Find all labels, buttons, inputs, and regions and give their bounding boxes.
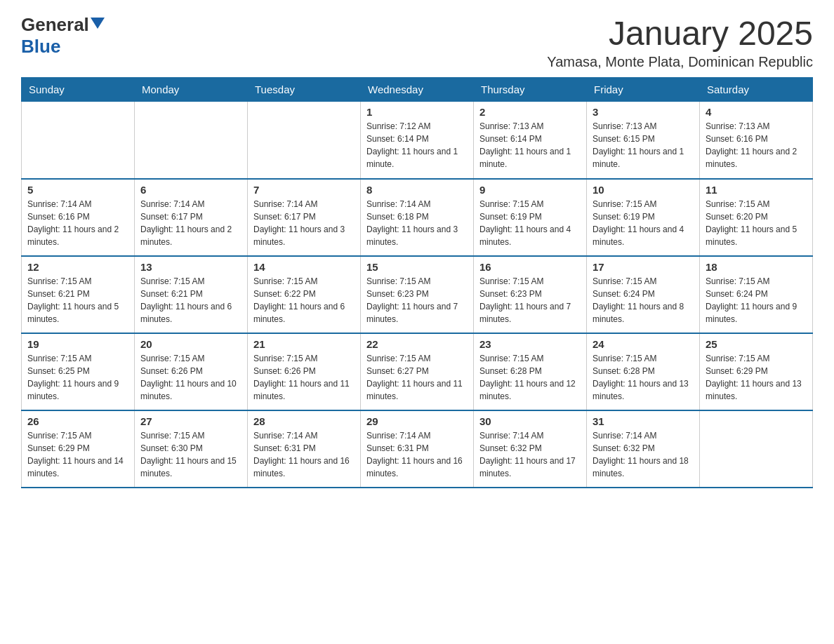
- calendar-cell: 19Sunrise: 7:15 AMSunset: 6:25 PMDayligh…: [22, 333, 135, 410]
- day-number: 28: [253, 415, 355, 427]
- day-number: 4: [706, 106, 807, 118]
- calendar-cell: 3Sunrise: 7:13 AMSunset: 6:15 PMDaylight…: [587, 102, 700, 179]
- day-number: 11: [706, 184, 807, 196]
- day-number: 18: [706, 261, 807, 273]
- day-number: 5: [27, 184, 128, 196]
- calendar-cell: 13Sunrise: 7:15 AMSunset: 6:21 PMDayligh…: [135, 256, 248, 333]
- calendar-cell: 8Sunrise: 7:14 AMSunset: 6:18 PMDaylight…: [361, 179, 474, 256]
- day-info: Sunrise: 7:15 AMSunset: 6:26 PMDaylight:…: [253, 352, 355, 403]
- day-info: Sunrise: 7:15 AMSunset: 6:27 PMDaylight:…: [366, 352, 468, 403]
- day-info: Sunrise: 7:15 AMSunset: 6:28 PMDaylight:…: [593, 352, 694, 403]
- day-info: Sunrise: 7:15 AMSunset: 6:29 PMDaylight:…: [27, 429, 128, 480]
- location-title: Yamasa, Monte Plata, Dominican Republic: [547, 54, 813, 70]
- day-number: 15: [366, 261, 468, 273]
- calendar-cell: 31Sunrise: 7:14 AMSunset: 6:32 PMDayligh…: [587, 410, 700, 488]
- calendar-cell: 18Sunrise: 7:15 AMSunset: 6:24 PMDayligh…: [700, 256, 813, 333]
- day-number: 13: [140, 261, 241, 273]
- day-number: 8: [366, 184, 468, 196]
- calendar-cell: 12Sunrise: 7:15 AMSunset: 6:21 PMDayligh…: [22, 256, 135, 333]
- day-number: 29: [366, 415, 468, 427]
- calendar-cell: [22, 102, 135, 179]
- day-info: Sunrise: 7:15 AMSunset: 6:21 PMDaylight:…: [27, 275, 128, 326]
- day-info: Sunrise: 7:14 AMSunset: 6:18 PMDaylight:…: [366, 198, 468, 248]
- calendar-cell: 28Sunrise: 7:14 AMSunset: 6:31 PMDayligh…: [248, 410, 361, 488]
- day-info: Sunrise: 7:15 AMSunset: 6:24 PMDaylight:…: [706, 275, 807, 326]
- day-number: 2: [479, 106, 581, 118]
- calendar-cell: 20Sunrise: 7:15 AMSunset: 6:26 PMDayligh…: [135, 333, 248, 410]
- calendar-cell: 30Sunrise: 7:14 AMSunset: 6:32 PMDayligh…: [474, 410, 587, 488]
- calendar-day-header: Saturday: [700, 78, 813, 102]
- calendar-cell: 6Sunrise: 7:14 AMSunset: 6:17 PMDaylight…: [135, 179, 248, 256]
- calendar-cell: 4Sunrise: 7:13 AMSunset: 6:16 PMDaylight…: [700, 102, 813, 179]
- day-number: 23: [479, 338, 581, 350]
- day-number: 21: [253, 338, 355, 350]
- day-number: 26: [27, 415, 128, 427]
- logo: General Blue: [21, 14, 105, 58]
- day-info: Sunrise: 7:14 AMSunset: 6:16 PMDaylight:…: [27, 198, 128, 248]
- day-info: Sunrise: 7:15 AMSunset: 6:20 PMDaylight:…: [706, 198, 807, 248]
- day-number: 1: [366, 106, 468, 118]
- day-info: Sunrise: 7:15 AMSunset: 6:29 PMDaylight:…: [706, 352, 807, 403]
- day-number: 10: [593, 184, 694, 196]
- calendar-cell: [248, 102, 361, 179]
- calendar-cell: [135, 102, 248, 179]
- day-number: 31: [593, 415, 694, 427]
- calendar-week-row: 12Sunrise: 7:15 AMSunset: 6:21 PMDayligh…: [22, 256, 813, 333]
- day-info: Sunrise: 7:15 AMSunset: 6:22 PMDaylight:…: [253, 275, 355, 326]
- calendar-header: SundayMondayTuesdayWednesdayThursdayFrid…: [22, 78, 813, 102]
- day-info: Sunrise: 7:15 AMSunset: 6:26 PMDaylight:…: [140, 352, 241, 403]
- day-number: 20: [140, 338, 241, 350]
- calendar-cell: 26Sunrise: 7:15 AMSunset: 6:29 PMDayligh…: [22, 410, 135, 488]
- calendar-cell: 16Sunrise: 7:15 AMSunset: 6:23 PMDayligh…: [474, 256, 587, 333]
- day-info: Sunrise: 7:13 AMSunset: 6:16 PMDaylight:…: [706, 120, 807, 170]
- calendar-week-row: 1Sunrise: 7:12 AMSunset: 6:14 PMDaylight…: [22, 102, 813, 179]
- calendar-cell: 17Sunrise: 7:15 AMSunset: 6:24 PMDayligh…: [587, 256, 700, 333]
- calendar-cell: 29Sunrise: 7:14 AMSunset: 6:31 PMDayligh…: [361, 410, 474, 488]
- calendar-cell: 22Sunrise: 7:15 AMSunset: 6:27 PMDayligh…: [361, 333, 474, 410]
- day-number: 9: [479, 184, 581, 196]
- day-number: 22: [366, 338, 468, 350]
- day-number: 6: [140, 184, 241, 196]
- calendar-cell: 2Sunrise: 7:13 AMSunset: 6:14 PMDaylight…: [474, 102, 587, 179]
- day-number: 3: [593, 106, 694, 118]
- calendar-cell: 11Sunrise: 7:15 AMSunset: 6:20 PMDayligh…: [700, 179, 813, 256]
- calendar-cell: 5Sunrise: 7:14 AMSunset: 6:16 PMDaylight…: [22, 179, 135, 256]
- day-info: Sunrise: 7:15 AMSunset: 6:30 PMDaylight:…: [140, 429, 241, 480]
- calendar-day-header: Monday: [135, 78, 248, 102]
- calendar-cell: 24Sunrise: 7:15 AMSunset: 6:28 PMDayligh…: [587, 333, 700, 410]
- calendar-table: SundayMondayTuesdayWednesdayThursdayFrid…: [21, 77, 813, 488]
- calendar-cell: 15Sunrise: 7:15 AMSunset: 6:23 PMDayligh…: [361, 256, 474, 333]
- logo-triangle-icon: [91, 18, 105, 29]
- calendar-cell: 25Sunrise: 7:15 AMSunset: 6:29 PMDayligh…: [700, 333, 813, 410]
- day-number: 27: [140, 415, 241, 427]
- day-info: Sunrise: 7:13 AMSunset: 6:15 PMDaylight:…: [593, 120, 694, 170]
- calendar-day-header: Friday: [587, 78, 700, 102]
- day-info: Sunrise: 7:15 AMSunset: 6:24 PMDaylight:…: [593, 275, 694, 326]
- day-info: Sunrise: 7:15 AMSunset: 6:19 PMDaylight:…: [479, 198, 581, 248]
- calendar-cell: 9Sunrise: 7:15 AMSunset: 6:19 PMDaylight…: [474, 179, 587, 256]
- day-info: Sunrise: 7:14 AMSunset: 6:32 PMDaylight:…: [593, 429, 694, 480]
- day-info: Sunrise: 7:14 AMSunset: 6:17 PMDaylight:…: [140, 198, 241, 248]
- day-info: Sunrise: 7:14 AMSunset: 6:31 PMDaylight:…: [366, 429, 468, 480]
- day-info: Sunrise: 7:15 AMSunset: 6:28 PMDaylight:…: [479, 352, 581, 403]
- calendar-cell: 27Sunrise: 7:15 AMSunset: 6:30 PMDayligh…: [135, 410, 248, 488]
- title-block: January 2025 Yamasa, Monte Plata, Domini…: [547, 14, 813, 70]
- day-info: Sunrise: 7:14 AMSunset: 6:31 PMDaylight:…: [253, 429, 355, 480]
- page-header: General Blue January 2025 Yamasa, Monte …: [21, 14, 813, 70]
- calendar-day-header: Thursday: [474, 78, 587, 102]
- day-info: Sunrise: 7:12 AMSunset: 6:14 PMDaylight:…: [366, 120, 468, 170]
- logo-general-text: General: [21, 14, 89, 36]
- day-number: 24: [593, 338, 694, 350]
- calendar-cell: 7Sunrise: 7:14 AMSunset: 6:17 PMDaylight…: [248, 179, 361, 256]
- day-info: Sunrise: 7:15 AMSunset: 6:21 PMDaylight:…: [140, 275, 241, 326]
- calendar-cell: 21Sunrise: 7:15 AMSunset: 6:26 PMDayligh…: [248, 333, 361, 410]
- calendar-cell: [700, 410, 813, 488]
- day-info: Sunrise: 7:15 AMSunset: 6:25 PMDaylight:…: [27, 352, 128, 403]
- day-number: 16: [479, 261, 581, 273]
- calendar-cell: 1Sunrise: 7:12 AMSunset: 6:14 PMDaylight…: [361, 102, 474, 179]
- day-info: Sunrise: 7:14 AMSunset: 6:32 PMDaylight:…: [479, 429, 581, 480]
- month-title: January 2025: [547, 14, 813, 53]
- day-number: 12: [27, 261, 128, 273]
- day-info: Sunrise: 7:15 AMSunset: 6:19 PMDaylight:…: [593, 198, 694, 248]
- day-number: 7: [253, 184, 355, 196]
